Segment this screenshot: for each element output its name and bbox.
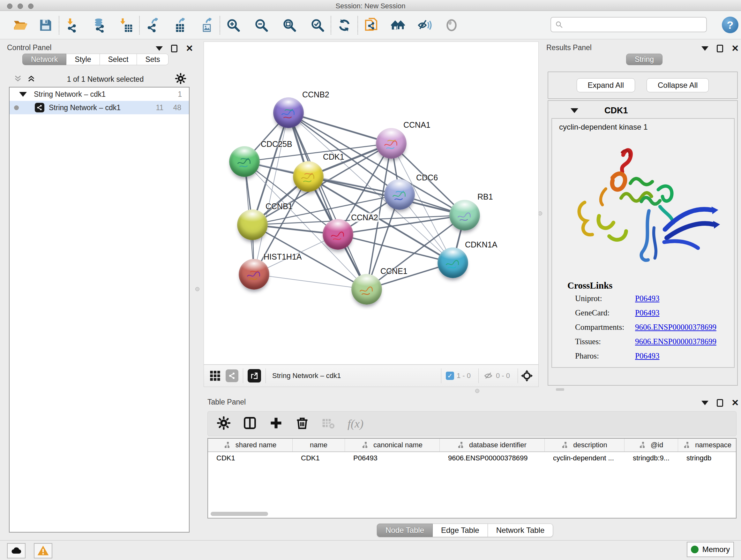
function-builder-icon[interactable]: f(x) <box>347 417 363 430</box>
tab-sets[interactable]: Sets <box>137 54 169 65</box>
open-in-new-window-icon[interactable] <box>248 369 261 382</box>
column-header-@id[interactable]: @id <box>624 439 678 451</box>
table-panel-maximize-icon[interactable] <box>717 399 723 407</box>
network-edge[interactable] <box>288 113 391 143</box>
control-panel-maximize-icon[interactable] <box>171 45 178 52</box>
open-session-icon[interactable] <box>11 17 29 34</box>
tab-edge-table[interactable]: Edge Table <box>433 523 488 537</box>
results-panel-float-icon[interactable] <box>701 46 709 51</box>
column-header-sharedname[interactable]: shared name <box>208 439 293 451</box>
export-image-icon[interactable] <box>198 17 215 34</box>
table-cell[interactable]: CDK1 <box>293 454 345 462</box>
network-edge[interactable] <box>254 113 288 274</box>
network-collection-row[interactable]: String Network – cdk1 1 <box>10 87 189 101</box>
network-node-cdc25b[interactable] <box>229 146 260 177</box>
network-view-canvas[interactable]: CCNB2 CCNA1 CDC25B CDK1 CDC6 RB1 CCNB1 C… <box>204 42 539 365</box>
network-node-cdkn1a[interactable] <box>437 247 468 278</box>
column-header-databaseidentifier[interactable]: database identifier <box>440 439 545 451</box>
share-document-icon[interactable] <box>362 17 380 34</box>
results-hscroll-thumb[interactable] <box>556 388 564 391</box>
table-hscroll-thumb[interactable] <box>211 512 268 516</box>
network-edge[interactable] <box>254 274 367 289</box>
bottom-splitter-handle[interactable] <box>475 389 479 393</box>
add-column-icon[interactable] <box>269 416 283 431</box>
save-session-icon[interactable] <box>37 17 54 34</box>
homes-icon[interactable] <box>389 17 407 34</box>
network-node-ccne1[interactable] <box>351 274 382 305</box>
collapse-all-chevron-icon[interactable] <box>13 74 22 84</box>
expand-all-button[interactable]: Expand All <box>577 78 635 92</box>
table-cell[interactable]: stringdb <box>678 454 737 462</box>
network-row-selected[interactable]: String Network – cdk1 11 48 <box>10 101 189 114</box>
table-cell[interactable]: stringdb:9... <box>624 454 678 462</box>
table-settings-gear-icon[interactable] <box>217 416 231 431</box>
left-splitter-handle[interactable] <box>195 287 199 291</box>
network-node-hist1h1a[interactable] <box>239 259 269 290</box>
export-table-icon[interactable] <box>171 17 188 34</box>
collapse-all-button[interactable]: Collapse All <box>647 78 709 92</box>
network-options-gear-icon[interactable] <box>175 73 186 85</box>
tab-select[interactable]: Select <box>100 54 137 65</box>
column-header-description[interactable]: description <box>545 439 624 451</box>
network-edge[interactable] <box>288 113 367 289</box>
gene-expander-icon[interactable] <box>570 108 578 113</box>
control-panel-float-icon[interactable] <box>156 46 163 51</box>
control-panel-close-icon[interactable]: ✕ <box>186 45 193 52</box>
warning-button[interactable] <box>34 543 52 558</box>
birds-eye-crosshair-icon[interactable] <box>521 369 533 382</box>
grid-view-icon[interactable] <box>210 370 220 381</box>
memory-button[interactable]: Memory <box>687 542 734 557</box>
tab-style[interactable]: Style <box>66 54 99 65</box>
selected-checkbox-icon[interactable]: ✓ <box>446 372 454 380</box>
table-row[interactable]: CDK1CDK1P064939606.ENSP00000378699cyclin… <box>208 452 736 464</box>
results-panel-maximize-icon[interactable] <box>717 45 723 52</box>
column-header-canonicalname[interactable]: canonical name <box>345 439 440 451</box>
tab-network[interactable]: Network <box>22 54 66 65</box>
crosslink-link[interactable]: P06493 <box>635 308 659 317</box>
gene-section-header[interactable]: CDK1 <box>551 104 734 118</box>
results-panel-close-icon[interactable]: ✕ <box>731 45 739 52</box>
crosslink-link[interactable]: P06493 <box>635 294 659 303</box>
column-header-name[interactable]: name <box>293 439 345 451</box>
crosslink-link[interactable]: 9606.ENSP00000378699 <box>635 337 717 346</box>
preview-sphere-icon[interactable] <box>443 17 460 34</box>
zoom-in-icon[interactable] <box>225 17 242 34</box>
tab-network-table[interactable]: Network Table <box>488 523 553 537</box>
hidden-eye-icon[interactable] <box>483 371 493 381</box>
network-node-rb1[interactable] <box>449 200 480 231</box>
search-input[interactable] <box>563 18 706 31</box>
cloud-button[interactable] <box>7 543 25 558</box>
import-network-icon[interactable] <box>64 17 81 34</box>
network-share-view-icon[interactable] <box>226 369 239 382</box>
network-node-ccnb1[interactable] <box>237 209 268 240</box>
tab-string[interactable]: String <box>626 54 663 65</box>
tab-node-table[interactable]: Node Table <box>377 523 433 537</box>
help-icon[interactable]: ? <box>722 17 738 33</box>
table-cell[interactable]: cyclin-dependent ... <box>545 454 624 462</box>
network-edge[interactable] <box>338 234 453 263</box>
refresh-icon[interactable] <box>336 17 353 34</box>
crosslink-link[interactable]: 9606.ENSP00000378699 <box>635 323 717 332</box>
network-node-cdk1[interactable] <box>293 161 324 192</box>
table-panel-float-icon[interactable] <box>701 401 709 405</box>
export-network-icon[interactable] <box>144 17 161 34</box>
table-cell[interactable]: 9606.ENSP00000378699 <box>440 454 545 462</box>
table-cell[interactable]: CDK1 <box>208 454 293 462</box>
table-cell[interactable]: P06493 <box>345 454 440 462</box>
crosslink-link[interactable]: P06493 <box>635 352 659 361</box>
network-node-cdc6[interactable] <box>384 179 415 210</box>
network-node-ccna2[interactable] <box>323 219 353 250</box>
column-header-namespace[interactable]: namespace <box>678 439 737 451</box>
import-network-database-icon[interactable] <box>91 17 108 34</box>
import-table-icon[interactable] <box>118 17 135 34</box>
zoom-out-icon[interactable] <box>253 17 270 34</box>
delete-table-icon[interactable] <box>321 416 335 431</box>
expand-all-chevron-icon[interactable] <box>27 74 36 84</box>
network-node-ccnb2[interactable] <box>273 98 304 128</box>
zoom-selected-icon[interactable] <box>309 17 326 34</box>
show-columns-icon[interactable] <box>243 416 257 431</box>
delete-column-icon[interactable] <box>295 416 309 431</box>
search-field[interactable] <box>550 17 707 32</box>
collection-expander-icon[interactable] <box>19 92 27 97</box>
network-node-ccna1[interactable] <box>376 128 407 159</box>
